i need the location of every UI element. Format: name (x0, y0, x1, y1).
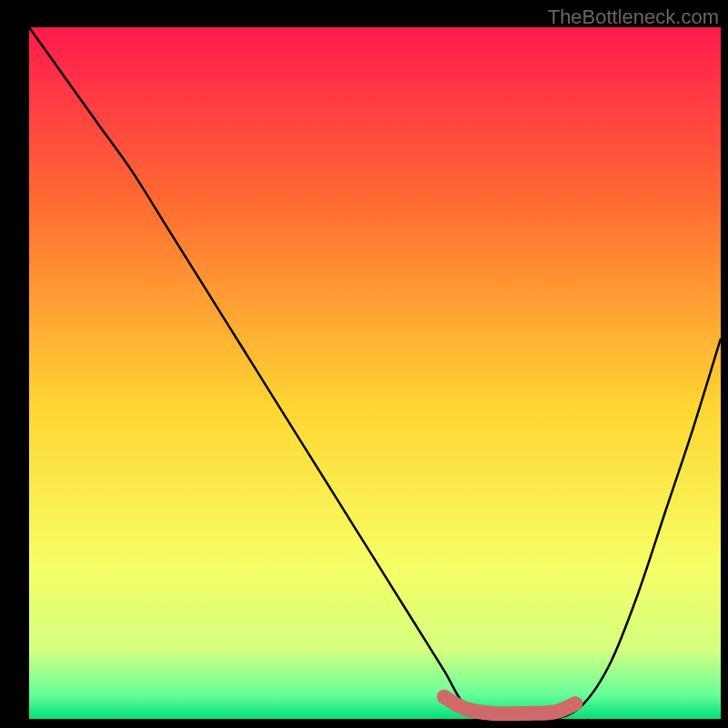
watermark-text: TheBottleneck.com (548, 5, 719, 29)
chart-svg (0, 0, 728, 728)
plot-background (29, 27, 721, 719)
bottleneck-chart (0, 0, 728, 728)
